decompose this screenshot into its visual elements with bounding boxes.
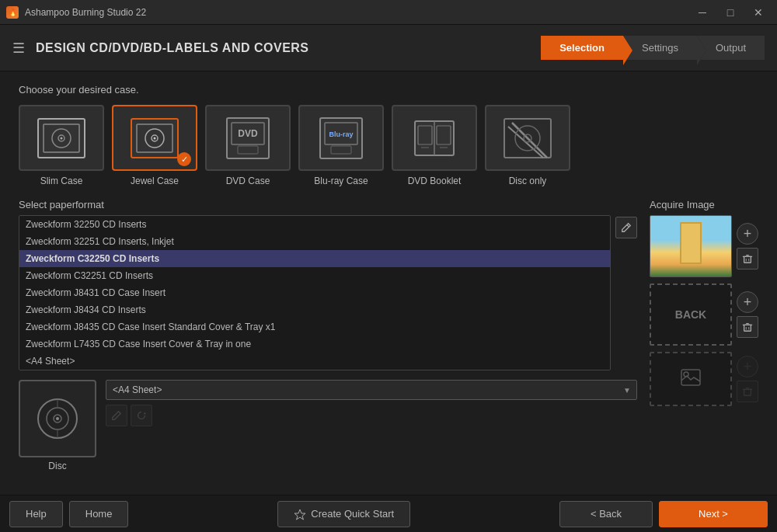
delete-inner-image-button — [737, 381, 758, 402]
case-bluray[interactable]: Blu-ray Blu-ray Case — [298, 105, 384, 186]
inner-image-slot — [650, 352, 732, 406]
step-selection[interactable]: Selection — [541, 36, 623, 60]
header-left: ☰ DESIGN CD/DVD/BD-LABELS AND COVERS — [12, 40, 309, 57]
inner-image-row: + — [650, 352, 758, 406]
disc-label: Disc — [48, 461, 66, 471]
bottom-left-area: Disc <A4 Sheet> <A4 Sheet,Folded> <Lette… — [19, 380, 637, 471]
front-image-actions: + — [737, 223, 758, 269]
case-selector: Slim Case ✓ Jewel Case — [19, 105, 758, 186]
add-back-image-button[interactable]: + — [737, 291, 758, 313]
list-item[interactable]: Zweckform J8434 CD Inserts — [19, 301, 610, 318]
back-image-actions: + — [737, 291, 758, 338]
case-slim-label: Slim Case — [40, 176, 83, 186]
back-image-row: BACK + — [650, 283, 758, 346]
list-item[interactable]: <A4 Sheet,Folded> — [19, 370, 610, 370]
list-item[interactable]: Zweckform J8431 CD Case Insert — [19, 284, 610, 301]
svg-marker-51 — [294, 509, 305, 520]
svg-rect-48 — [744, 389, 751, 395]
case-dvd-icon: DVD — [205, 105, 291, 171]
close-button[interactable]: ✕ — [746, 5, 771, 20]
case-jewel[interactable]: ✓ Jewel Case — [112, 105, 197, 186]
case-slim-icon — [19, 105, 104, 171]
svg-rect-14 — [320, 118, 362, 158]
quick-start-button[interactable]: Create Quick Start — [277, 501, 410, 527]
acquire-label: Acquire Image — [650, 199, 758, 210]
front-image-row: + — [650, 215, 758, 277]
dropdown-icon-row — [106, 405, 637, 426]
add-front-image-button[interactable]: + — [737, 223, 758, 245]
back-label: BACK — [675, 308, 706, 321]
svg-rect-36 — [744, 256, 751, 263]
disc-preview — [19, 380, 96, 457]
list-item[interactable]: Zweckform L7435 CD Case Insert Cover & T… — [19, 336, 610, 353]
back-button[interactable]: < Back — [559, 501, 653, 527]
image-placeholder-icon — [680, 368, 702, 391]
paper-format-label: Select paperformat — [19, 199, 637, 210]
title-bar: 🔥 Ashampoo Burning Studio 22 ─ □ ✕ — [0, 0, 777, 25]
main-content: Choose your desired case. Slim Case — [0, 71, 777, 495]
case-jewel-check: ✓ — [177, 152, 191, 166]
quick-start-label: Create Quick Start — [311, 508, 394, 520]
step-settings[interactable]: Settings — [623, 36, 697, 60]
case-slim[interactable]: Slim Case — [19, 105, 104, 186]
case-bluray-icon: Blu-ray — [298, 105, 384, 171]
svg-line-29 — [627, 225, 629, 228]
footer: Help Home Create Quick Start < Back Next… — [0, 495, 777, 532]
menu-icon[interactable]: ☰ — [12, 40, 25, 57]
header-bar: ☰ DESIGN CD/DVD/BD-LABELS AND COVERS Sel… — [0, 25, 777, 71]
list-item[interactable]: Zweckform 32251 CD Inserts, Inkjet — [19, 233, 610, 250]
title-bar-controls: ─ □ ✕ — [690, 5, 771, 20]
svg-point-33 — [56, 417, 59, 420]
svg-point-9 — [154, 137, 156, 139]
case-jewel-icon: ✓ — [112, 105, 197, 171]
page-title: DESIGN CD/DVD/BD-LABELS AND COVERS — [36, 41, 309, 55]
add-inner-image-button: + — [737, 356, 758, 377]
svg-point-4 — [61, 137, 63, 139]
sheet-dropdown[interactable]: <A4 Sheet> <A4 Sheet,Folded> <Letter She… — [106, 380, 637, 400]
svg-rect-41 — [744, 325, 751, 331]
next-button[interactable]: Next > — [659, 501, 768, 527]
dropdown-area: <A4 Sheet> <A4 Sheet,Folded> <Letter She… — [106, 380, 637, 426]
paper-format-list[interactable]: Zweckform 32250 CD Inserts Zweckform 322… — [19, 215, 611, 370]
title-bar-left: 🔥 Ashampoo Burning Studio 22 — [6, 6, 146, 19]
edit-format-button — [106, 405, 127, 426]
list-item[interactable]: Zweckform 32250 CD Inserts — [19, 216, 610, 233]
edit-icon-button[interactable] — [615, 217, 637, 238]
right-panel: Acquire Image + — [650, 199, 758, 471]
minimize-button[interactable]: ─ — [690, 5, 715, 20]
back-image-slot: BACK — [650, 283, 732, 346]
case-booklet-label: DVD Booklet — [408, 176, 462, 186]
case-booklet[interactable]: DVD Booklet — [392, 105, 477, 186]
list-item-selected[interactable]: Zweckform C32250 CD Inserts — [19, 250, 610, 267]
case-dvd[interactable]: DVD DVD Case — [205, 105, 291, 186]
left-panel: Select paperformat Zweckform 32250 CD In… — [19, 199, 637, 471]
home-button[interactable]: Home — [69, 501, 129, 527]
delete-front-image-button[interactable] — [737, 248, 758, 269]
case-booklet-icon — [392, 105, 477, 171]
inner-image-actions: + — [737, 356, 758, 402]
case-disconly-icon — [485, 105, 570, 171]
app-icon: 🔥 — [6, 6, 19, 19]
delete-back-image-button[interactable] — [737, 316, 758, 338]
case-dvd-label: DVD Case — [226, 176, 270, 186]
rotate-button — [131, 405, 152, 426]
list-item[interactable]: Zweckform C32251 CD Inserts — [19, 267, 610, 284]
choose-case-label: Choose your desired case. — [19, 84, 758, 96]
maximize-button[interactable]: □ — [718, 5, 743, 20]
case-disconly-label: Disc only — [509, 176, 547, 186]
list-item[interactable]: Zweckform J8435 CD Case Insert Standard … — [19, 318, 610, 336]
case-disconly[interactable]: Disc only — [485, 105, 570, 186]
lower-section: Select paperformat Zweckform 32250 CD In… — [19, 199, 758, 471]
svg-text:Blu-ray: Blu-ray — [329, 130, 353, 138]
beach-image — [650, 216, 731, 276]
case-jewel-label: Jewel Case — [131, 176, 179, 186]
dropdown-wrap: <A4 Sheet> <A4 Sheet,Folded> <Letter She… — [106, 380, 637, 400]
case-bluray-label: Blu-ray Case — [314, 176, 368, 186]
svg-text:DVD: DVD — [238, 128, 258, 139]
header-steps: Selection Settings Output — [541, 36, 765, 60]
front-image-slot — [650, 215, 732, 277]
list-item[interactable]: <A4 Sheet> — [19, 353, 610, 370]
quick-start-icon — [294, 508, 306, 520]
help-button[interactable]: Help — [9, 501, 63, 527]
step-output[interactable]: Output — [697, 36, 765, 60]
